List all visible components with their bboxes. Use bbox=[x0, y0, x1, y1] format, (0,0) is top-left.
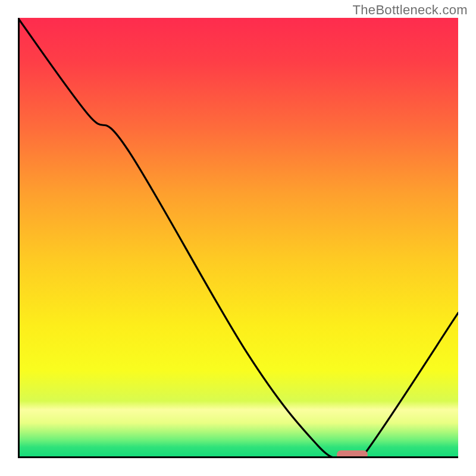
y-axis bbox=[18, 18, 20, 458]
plot-area bbox=[18, 18, 458, 458]
bottleneck-chart: TheBottleneck.com bbox=[0, 0, 476, 476]
watermark-label: TheBottleneck.com bbox=[353, 2, 468, 18]
x-axis bbox=[18, 456, 458, 458]
bottleneck-curve bbox=[18, 18, 458, 458]
